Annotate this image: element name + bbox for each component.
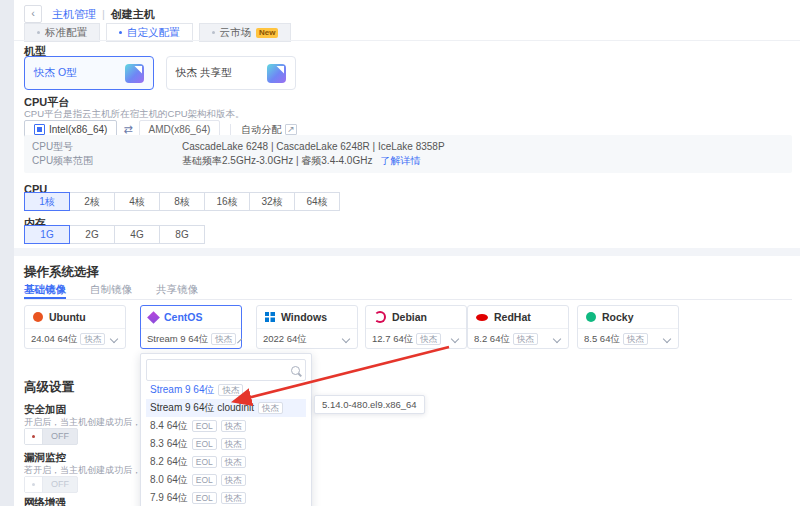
chevron-down-icon — [553, 335, 561, 343]
core-option-16[interactable]: 16核 — [204, 192, 250, 211]
chevron-down-icon — [342, 335, 350, 343]
core-option-4[interactable]: 4核 — [114, 192, 160, 211]
os-name: RedHat — [494, 311, 531, 323]
toggle-knob — [25, 429, 43, 444]
cpu-freq-value: 基础频率2.5GHz-3.0GHz | 睿频3.4-4.0GHz — [182, 154, 372, 168]
eol-tag: EOL — [192, 456, 217, 468]
os-version: 8.5 64位 — [584, 333, 620, 346]
dropdown-option-cloudinit[interactable]: Stream 9 64位 cloudinit 快杰 — [146, 399, 306, 417]
os-card-header: CentOS — [141, 306, 241, 329]
os-version-select[interactable]: 24.04 64位 快杰 — [25, 329, 125, 349]
core-option-32[interactable]: 32核 — [249, 192, 295, 211]
cpu-freq-label: CPU频率范围 — [24, 154, 182, 168]
vuln-monitor-toggle[interactable]: OFF — [24, 476, 78, 493]
dropdown-option[interactable]: 8.0 64位 EOL 快杰 — [146, 471, 306, 489]
dropdown-search[interactable] — [146, 359, 306, 381]
eol-tag: EOL — [192, 492, 217, 504]
os-version: 12.7 64位 — [372, 333, 413, 346]
chevron-up-icon — [237, 338, 242, 343]
fast-tag: 快杰 — [221, 474, 246, 486]
tab-custom-image[interactable]: 自制镜像 — [90, 283, 132, 299]
tab-dot-icon — [212, 31, 215, 34]
dropdown-option[interactable]: 8.2 64位 EOL 快杰 — [146, 453, 306, 471]
breadcrumb-separator: | — [102, 8, 105, 20]
os-card-header: Windows — [257, 306, 357, 329]
os-version-select[interactable]: 12.7 64位 快杰 — [366, 329, 466, 349]
learn-more-link[interactable]: 了解详情 — [380, 154, 420, 168]
option-label: 8.2 64位 — [150, 455, 188, 469]
os-card-header: Rocky — [578, 306, 678, 329]
os-card-ubuntu[interactable]: Ubuntu 24.04 64位 快杰 — [24, 305, 126, 349]
dropdown-option[interactable]: Stream 9 64位 快杰 — [146, 381, 306, 399]
machine-type-kuaijie-shared[interactable]: 快杰 共享型 — [166, 56, 296, 90]
core-option-1[interactable]: 1核 — [24, 192, 70, 211]
dropdown-option[interactable]: 7.9 64位 EOL 快杰 — [146, 489, 306, 506]
breadcrumb: ‹ 主机管理 | 创建主机 — [24, 5, 155, 23]
os-card-rocky[interactable]: Rocky 8.5 64位 快杰 — [577, 305, 679, 349]
cpu-model-label: CPU型号 — [24, 140, 182, 154]
memory-option-4g[interactable]: 4G — [114, 225, 160, 244]
machine-type-kuaijie-o[interactable]: 快杰 O型 — [24, 56, 154, 90]
fast-tag: 快杰 — [221, 492, 246, 504]
security-hardening-toggle[interactable]: OFF — [24, 428, 78, 445]
page-title: 创建主机 — [111, 7, 155, 22]
os-card-windows[interactable]: Windows 2022 64位 — [256, 305, 358, 349]
eol-tag: EOL — [192, 474, 217, 486]
os-version-select[interactable]: 8.2 64位 快杰 — [468, 329, 568, 349]
os-card-header: Ubuntu — [25, 306, 125, 329]
tab-dot-icon — [37, 31, 40, 34]
tab-dot-icon — [119, 31, 122, 34]
memory-option-2g[interactable]: 2G — [69, 225, 115, 244]
toggle-state: OFF — [43, 429, 77, 444]
option-label: 7.9 64位 — [150, 491, 188, 505]
toggle-state: OFF — [43, 477, 77, 492]
os-card-header: Debian — [366, 306, 466, 329]
ubuntu-icon — [33, 312, 43, 322]
os-name: CentOS — [164, 311, 203, 323]
back-button[interactable]: ‹ — [24, 5, 42, 23]
os-card-centos[interactable]: CentOS Stream 9 64位 快杰 — [140, 305, 242, 349]
memory-option-8g[interactable]: 8G — [159, 225, 205, 244]
memory-options: 1G 2G 4G 8G — [24, 225, 204, 244]
fast-tag: 快杰 — [221, 456, 246, 468]
tab-market-label: 云市场 — [220, 26, 252, 40]
advanced-settings-title: 高级设置 — [24, 379, 74, 396]
os-version-select[interactable]: Stream 9 64位 快杰 — [141, 329, 241, 349]
core-option-8[interactable]: 8核 — [159, 192, 205, 211]
tab-base-image[interactable]: 基础镜像 — [24, 283, 66, 299]
core-option-2[interactable]: 2核 — [69, 192, 115, 211]
search-input[interactable] — [152, 364, 287, 377]
tabs-divider — [14, 40, 800, 41]
external-link-icon: ↗ — [285, 124, 297, 135]
kuaijie-logo-icon — [125, 64, 144, 83]
fast-tag: 快杰 — [258, 402, 283, 414]
os-version: 2022 64位 — [263, 333, 307, 346]
create-host-page: ‹ 主机管理 | 创建主机 标准配置 自定义配置 云市场 New 机型 快杰 O… — [0, 0, 800, 506]
tab-standard-label: 标准配置 — [45, 26, 87, 40]
os-card-header: RedHat — [468, 306, 568, 329]
intel-label: Intel(x86_64) — [49, 124, 107, 135]
os-version-dropdown: Stream 9 64位 快杰 Stream 9 64位 cloudinit 快… — [140, 353, 312, 506]
core-option-64[interactable]: 64核 — [294, 192, 340, 211]
image-tabs: 基础镜像 自制镜像 共享镜像 — [24, 283, 792, 300]
back-icon: ‹ — [31, 7, 35, 19]
option-label: 8.4 64位 — [150, 419, 188, 433]
os-card-debian[interactable]: Debian 12.7 64位 快杰 — [365, 305, 467, 349]
os-version-select[interactable]: 8.5 64位 快杰 — [578, 329, 678, 349]
dropdown-option[interactable]: 8.3 64位 EOL 快杰 — [146, 435, 306, 453]
cpu-chip-icon — [34, 124, 45, 135]
new-badge: New — [256, 28, 278, 38]
breadcrumb-parent[interactable]: 主机管理 — [52, 7, 96, 22]
fast-tag: 快杰 — [211, 333, 236, 345]
dropdown-option[interactable]: 8.4 64位 EOL 快杰 — [146, 417, 306, 435]
option-label: 8.3 64位 — [150, 437, 188, 451]
tab-shared-image[interactable]: 共享镜像 — [156, 283, 198, 299]
os-version-select[interactable]: 2022 64位 — [257, 329, 357, 349]
redhat-icon — [476, 314, 488, 321]
fast-tag: 快杰 — [221, 438, 246, 450]
os-card-redhat[interactable]: RedHat 8.2 64位 快杰 — [467, 305, 569, 349]
vuln-monitor-label: 漏洞监控 — [24, 451, 66, 465]
divider — [230, 124, 231, 136]
memory-option-1g[interactable]: 1G — [24, 225, 70, 244]
os-section-title: 操作系统选择 — [24, 264, 99, 281]
